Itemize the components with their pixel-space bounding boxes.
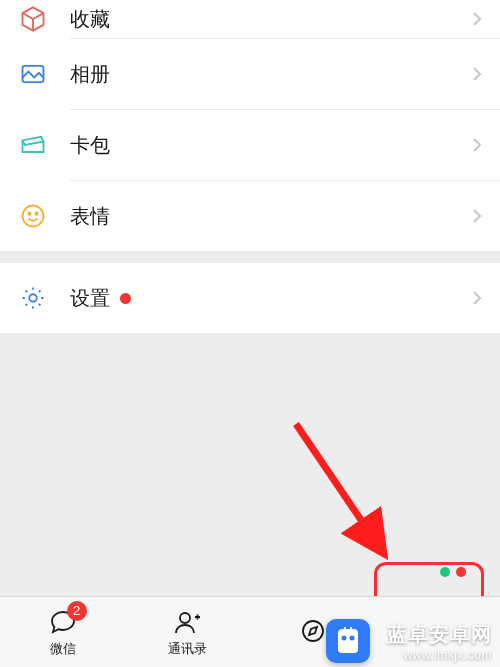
svg-rect-12 [350,627,352,632]
tab-chats[interactable]: 2 微信 [0,597,125,667]
svg-point-10 [350,636,355,641]
chevron-right-icon [472,66,482,82]
svg-rect-8 [338,629,358,653]
watermark-logo [326,619,370,663]
tab-me[interactable] [375,597,500,667]
gear-icon [18,283,48,313]
cell-settings[interactable]: 设置 [0,263,500,333]
settings-list: 设置 [0,263,500,333]
photo-icon [18,59,48,89]
cell-album[interactable]: 相册 [0,39,500,109]
svg-point-2 [28,213,30,215]
notification-dot [120,293,131,304]
tab-badge: 2 [67,601,87,621]
wallet-icon [18,130,48,160]
svg-rect-11 [344,627,346,632]
cell-label: 设置 [70,285,110,312]
svg-point-1 [23,206,44,227]
cell-stickers[interactable]: 表情 [0,181,500,251]
cube-icon [18,4,48,34]
svg-point-3 [35,213,37,215]
cell-cards[interactable]: 卡包 [0,110,500,180]
cell-label: 相册 [70,61,110,88]
smile-icon [18,201,48,231]
svg-point-7 [303,621,323,641]
chevron-right-icon [472,208,482,224]
cell-label: 收藏 [70,6,110,33]
chevron-right-icon [472,290,482,306]
svg-point-6 [180,613,190,623]
chevron-right-icon [472,11,482,27]
svg-point-9 [342,636,347,641]
section-gap [0,251,500,263]
me-tab-dots [440,567,466,577]
tab-bar: 2 微信 通讯录 [0,596,500,667]
svg-point-4 [29,294,36,301]
cell-label: 卡包 [70,132,110,159]
profile-menu-list: 收藏 相册 卡包 [0,0,500,251]
tab-contacts[interactable]: 通讯录 [125,597,250,667]
annotation-arrow [290,418,410,582]
tab-label: 微信 [50,640,76,658]
discover-icon [298,616,328,646]
svg-line-5 [296,424,380,548]
cell-label: 表情 [70,203,110,230]
cell-favorites[interactable]: 收藏 [0,0,500,38]
contacts-icon [173,607,203,637]
tab-label: 通讯录 [168,640,207,658]
chevron-right-icon [472,137,482,153]
